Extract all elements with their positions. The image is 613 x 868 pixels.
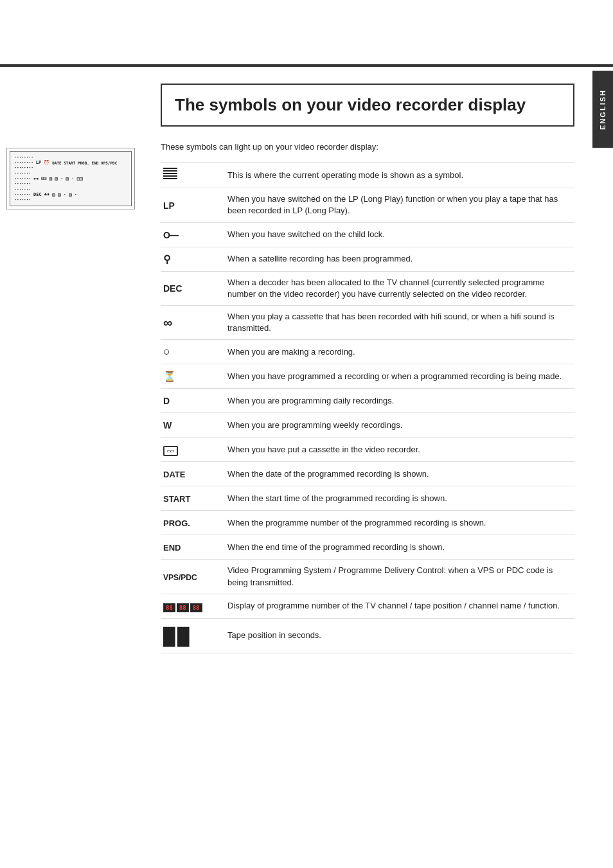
tape-seconds-icon: ▇▇ bbox=[163, 626, 191, 648]
end-label: END bbox=[163, 543, 181, 553]
display-image-panel: ········ ········ ········ LP ⏰ DATE STA… bbox=[6, 148, 135, 209]
description-cell: When you are programming daily recording… bbox=[225, 389, 574, 413]
dec-label: DEC bbox=[163, 283, 182, 294]
symbol-row: O―When you have switched on the child lo… bbox=[161, 222, 574, 247]
description-cell: When a satellite recording has been prog… bbox=[225, 247, 574, 271]
symbol-cell: ∞ bbox=[161, 305, 225, 339]
description-cell: When the date of the programmed recordin… bbox=[225, 462, 574, 486]
symbol-row: WWhen you are programming weekly recordi… bbox=[161, 413, 574, 438]
symbol-table: This is where the current operating mode… bbox=[161, 162, 574, 653]
symbol-cell: ⏳ bbox=[161, 364, 225, 389]
date-label: DATE bbox=[163, 470, 185, 479]
description-cell: When you have switched on the child lock… bbox=[225, 222, 574, 247]
symbol-row: 88 88 88 Display of programme number of … bbox=[161, 594, 574, 618]
symbol-cell: D bbox=[161, 389, 225, 413]
display-row-3: ······· ······· ······· DEC ♣♦ ⊠ ⊠ · ⊠ · bbox=[14, 187, 127, 202]
description-cell: This is where the current operating mode… bbox=[225, 163, 574, 188]
display-row-1: ········ ········ ········ LP ⏰ DATE STA… bbox=[14, 155, 127, 170]
weekly-label: W bbox=[163, 420, 172, 430]
side-tab: ENGLISH bbox=[592, 71, 613, 148]
cassette-icon: ▭▭ bbox=[163, 446, 178, 456]
mode-symbol-icon bbox=[163, 168, 177, 179]
symbol-row: PROG.When the programme number of the pr… bbox=[161, 511, 574, 535]
symbol-cell: LP bbox=[161, 188, 225, 222]
symbol-row: ▇▇Tape position in seconds. bbox=[161, 618, 574, 653]
description-cell: When the end time of the programmed reco… bbox=[225, 535, 574, 560]
display-row-2: ······· ······· ······· ⊶ ⊡⊡ ⊠ ⊠ · ⊠ · ⊡… bbox=[14, 171, 127, 186]
symbol-row: ⏳When you have programmed a recording or… bbox=[161, 364, 574, 389]
description-cell: When a decoder has been allocated to the… bbox=[225, 271, 574, 305]
symbol-cell: DEC bbox=[161, 271, 225, 305]
satellite-icon: ⚲ bbox=[163, 254, 171, 265]
lp-label: LP bbox=[163, 200, 175, 211]
description-cell: When you are making a recording. bbox=[225, 340, 574, 364]
main-content: The symbols on your video recorder displ… bbox=[148, 71, 587, 666]
digit-blocks-icon: 88 88 88 bbox=[163, 603, 202, 612]
record-icon: ○ bbox=[163, 345, 170, 358]
symbol-row: ○When you are making a recording. bbox=[161, 340, 574, 364]
prog-label: PROG. bbox=[163, 518, 190, 528]
symbol-cell: ○ bbox=[161, 340, 225, 364]
symbol-cell: ▭▭ bbox=[161, 438, 225, 462]
start-label: START bbox=[163, 494, 190, 504]
symbol-cell: ▇▇ bbox=[161, 618, 225, 653]
symbol-row: ⚲When a satellite recording has been pro… bbox=[161, 247, 574, 271]
description-cell: Display of programme number of the TV ch… bbox=[225, 594, 574, 618]
symbol-cell: ⚲ bbox=[161, 247, 225, 271]
hifi-icon: ∞ bbox=[163, 315, 172, 330]
symbol-row: DWhen you are programming daily recordin… bbox=[161, 389, 574, 413]
symbol-cell: 88 88 88 bbox=[161, 594, 225, 618]
description-cell: When the programme number of the program… bbox=[225, 511, 574, 535]
symbol-row: This is where the current operating mode… bbox=[161, 163, 574, 188]
symbol-row: STARTWhen the start time of the programm… bbox=[161, 486, 574, 511]
symbol-cell: VPS/PDC bbox=[161, 560, 225, 594]
description-cell: When the start time of the programmed re… bbox=[225, 486, 574, 511]
description-cell: When you have programmed a recording or … bbox=[225, 364, 574, 389]
vpspdc-label: VPS/PDC bbox=[163, 573, 197, 582]
symbol-cell: W bbox=[161, 413, 225, 438]
display-box: ········ ········ ········ LP ⏰ DATE STA… bbox=[6, 148, 135, 209]
symbol-row: DATEWhen the date of the programmed reco… bbox=[161, 462, 574, 486]
intro-text: These symbols can light up on your video… bbox=[161, 142, 574, 152]
language-label: ENGLISH bbox=[599, 89, 607, 130]
symbol-cell: O― bbox=[161, 222, 225, 247]
symbol-cell: START bbox=[161, 486, 225, 511]
symbol-row: ∞When you play a cassette that has been … bbox=[161, 305, 574, 339]
timer-icon: ⏳ bbox=[163, 371, 176, 382]
top-rule bbox=[0, 64, 613, 67]
symbol-row: ENDWhen the end time of the programmed r… bbox=[161, 535, 574, 560]
symbol-cell: END bbox=[161, 535, 225, 560]
childlock-icon: O― bbox=[163, 230, 178, 240]
symbol-row: LPWhen you have switched on the LP (Long… bbox=[161, 188, 574, 222]
symbol-cell: PROG. bbox=[161, 511, 225, 535]
symbol-row: ▭▭When you have put a cassette in the vi… bbox=[161, 438, 574, 462]
description-cell: Video Programming System / Programme Del… bbox=[225, 560, 574, 594]
title-box: The symbols on your video recorder displ… bbox=[161, 84, 574, 127]
page-title: The symbols on your video recorder displ… bbox=[175, 95, 560, 115]
daily-label: D bbox=[163, 396, 170, 406]
symbol-cell: DATE bbox=[161, 462, 225, 486]
symbol-row: VPS/PDCVideo Programming System / Progra… bbox=[161, 560, 574, 594]
description-cell: Tape position in seconds. bbox=[225, 618, 574, 653]
display-inner: ········ ········ ········ LP ⏰ DATE STA… bbox=[10, 151, 132, 206]
symbol-row: DECWhen a decoder has been allocated to … bbox=[161, 271, 574, 305]
description-cell: When you are programming weekly recordin… bbox=[225, 413, 574, 438]
symbol-cell bbox=[161, 163, 225, 188]
description-cell: When you have put a cassette in the vide… bbox=[225, 438, 574, 462]
description-cell: When you play a cassette that has been r… bbox=[225, 305, 574, 339]
description-cell: When you have switched on the LP (Long P… bbox=[225, 188, 574, 222]
